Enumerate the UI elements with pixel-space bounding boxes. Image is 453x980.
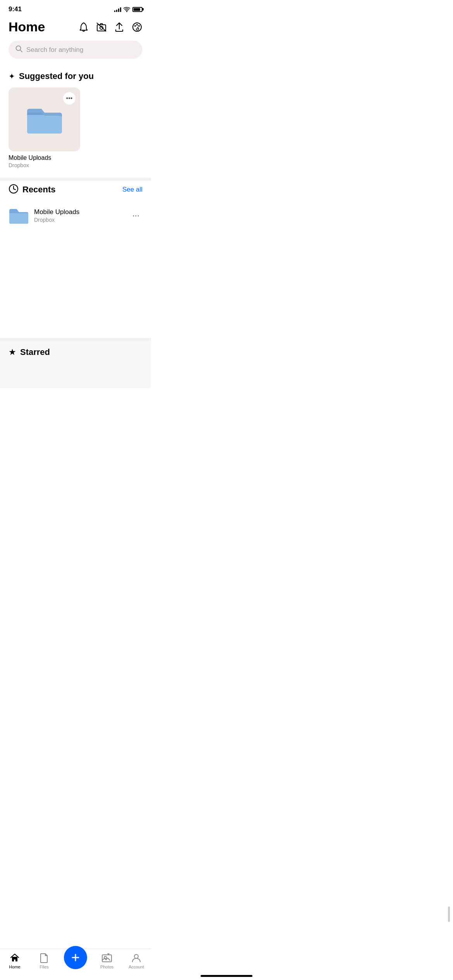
scroll-content: ✦ Suggested for you ••• Mobile Uploads D… (0, 68, 151, 427)
search-bar[interactable]: Search for anything (9, 41, 142, 59)
recents-title-group: Recents (9, 184, 56, 195)
suggested-header: ✦ Suggested for you (0, 68, 151, 87)
signal-icon (114, 7, 121, 12)
svg-point-4 (134, 25, 136, 27)
clock-icon (9, 184, 19, 195)
search-placeholder: Search for anything (26, 46, 83, 54)
svg-line-8 (20, 50, 22, 52)
search-icon (15, 45, 22, 54)
page-title: Home (9, 19, 45, 34)
svg-point-6 (138, 25, 140, 27)
suggested-list: ••• Mobile Uploads Dropbox (0, 87, 151, 178)
search-container: Search for anything (0, 41, 151, 68)
camera-off-button[interactable] (96, 22, 107, 33)
section-divider (0, 178, 151, 181)
suggested-item-name: Mobile Uploads (9, 154, 80, 161)
recent-item-name: Mobile Uploads (34, 208, 124, 216)
sparkle-icon: ✦ (9, 72, 15, 81)
recents-section: Recents See all Mobile Uploads Dropbox ·… (0, 181, 151, 230)
folder-icon (9, 207, 29, 224)
recent-item-source: Dropbox (34, 217, 124, 223)
status-icons (114, 7, 142, 12)
suggested-section: ✦ Suggested for you ••• Mobile Uploads D… (0, 68, 151, 178)
svg-line-2 (97, 23, 106, 31)
suggested-item-source: Dropbox (9, 162, 80, 168)
battery-icon (132, 7, 142, 12)
folder-icon (25, 104, 64, 135)
recents-title: Recents (22, 185, 56, 195)
status-bar: 9:41 (0, 0, 151, 16)
recent-more-button[interactable]: ··· (129, 209, 142, 222)
upload-button[interactable] (114, 22, 125, 33)
wifi-icon (124, 7, 130, 12)
palette-button[interactable] (132, 22, 142, 33)
starred-divider (0, 338, 151, 341)
header-icons (78, 22, 142, 33)
recents-see-all-button[interactable]: See all (122, 186, 142, 194)
recent-item-info: Mobile Uploads Dropbox (34, 208, 124, 223)
star-icon: ★ (9, 347, 16, 357)
list-item: ••• Mobile Uploads Dropbox (9, 87, 80, 168)
list-item: Mobile Uploads Dropbox ··· (9, 202, 142, 230)
suggested-title-group: ✦ Suggested for you (9, 71, 94, 81)
starred-section: ★ Starred (0, 341, 151, 388)
recents-header: Recents See all (0, 181, 151, 202)
suggested-more-button[interactable]: ••• (63, 92, 76, 105)
content-spacer (0, 230, 151, 338)
recents-list: Mobile Uploads Dropbox ··· (0, 202, 151, 230)
suggested-title: Suggested for you (19, 71, 94, 81)
notifications-button[interactable] (78, 22, 89, 33)
svg-point-5 (136, 24, 138, 26)
status-time: 9:41 (9, 5, 22, 13)
starred-title: Starred (20, 347, 50, 357)
suggested-card[interactable]: ••• (9, 87, 80, 151)
header: Home (0, 16, 151, 41)
